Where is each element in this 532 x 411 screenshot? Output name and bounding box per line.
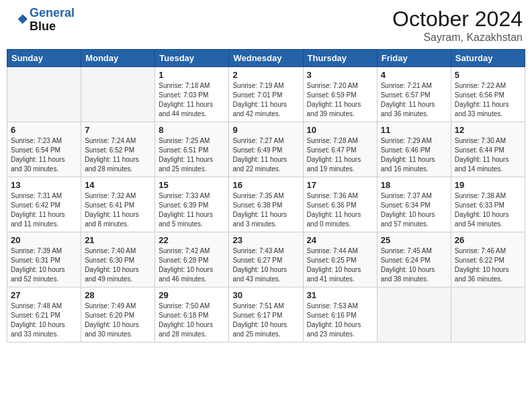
calendar-cell: 28Sunrise: 7:49 AMSunset: 6:20 PMDayligh… bbox=[81, 287, 155, 342]
calendar-cell: 22Sunrise: 7:42 AMSunset: 6:28 PMDayligh… bbox=[155, 232, 229, 287]
day-info: Sunrise: 7:31 AMSunset: 6:42 PMDaylight:… bbox=[11, 191, 77, 229]
weekday-header: Tuesday bbox=[155, 50, 229, 67]
day-number: 28 bbox=[85, 290, 151, 300]
day-info: Sunrise: 7:18 AMSunset: 7:03 PMDaylight:… bbox=[159, 81, 225, 119]
location-subtitle: Sayram, Kazakhstan bbox=[392, 32, 523, 44]
calendar-table: SundayMondayTuesdayWednesdayThursdayFrid… bbox=[7, 49, 525, 342]
day-number: 8 bbox=[159, 125, 225, 135]
calendar-cell: 27Sunrise: 7:48 AMSunset: 6:21 PMDayligh… bbox=[7, 287, 81, 342]
calendar-cell: 5Sunrise: 7:22 AMSunset: 6:56 PMDaylight… bbox=[451, 67, 525, 122]
calendar-cell: 20Sunrise: 7:39 AMSunset: 6:31 PMDayligh… bbox=[7, 232, 81, 287]
calendar-cell: 30Sunrise: 7:51 AMSunset: 6:17 PMDayligh… bbox=[229, 287, 303, 342]
calendar-week-row: 27Sunrise: 7:48 AMSunset: 6:21 PMDayligh… bbox=[7, 287, 525, 342]
calendar-cell: 14Sunrise: 7:32 AMSunset: 6:41 PMDayligh… bbox=[81, 177, 155, 232]
calendar-cell: 2Sunrise: 7:19 AMSunset: 7:01 PMDaylight… bbox=[229, 67, 303, 122]
weekday-header: Wednesday bbox=[229, 50, 303, 67]
day-info: Sunrise: 7:25 AMSunset: 6:51 PMDaylight:… bbox=[159, 136, 225, 174]
day-number: 20 bbox=[11, 235, 77, 245]
calendar-cell: 16Sunrise: 7:35 AMSunset: 6:38 PMDayligh… bbox=[229, 177, 303, 232]
calendar-cell: 29Sunrise: 7:50 AMSunset: 6:18 PMDayligh… bbox=[155, 287, 229, 342]
day-number: 13 bbox=[11, 180, 77, 190]
day-number: 15 bbox=[159, 180, 225, 190]
weekday-header: Thursday bbox=[303, 50, 377, 67]
day-number: 10 bbox=[307, 125, 373, 135]
day-number: 17 bbox=[307, 180, 373, 190]
calendar-week-row: 6Sunrise: 7:23 AMSunset: 6:54 PMDaylight… bbox=[7, 122, 525, 177]
logo-icon bbox=[9, 11, 28, 30]
weekday-header: Friday bbox=[377, 50, 451, 67]
logo: General Blue bbox=[9, 7, 75, 34]
day-info: Sunrise: 7:36 AMSunset: 6:36 PMDaylight:… bbox=[307, 191, 373, 229]
day-number: 12 bbox=[455, 125, 521, 135]
calendar-cell bbox=[377, 287, 451, 342]
day-number: 21 bbox=[85, 235, 151, 245]
calendar-cell bbox=[7, 67, 81, 122]
day-info: Sunrise: 7:22 AMSunset: 6:56 PMDaylight:… bbox=[455, 81, 521, 119]
day-number: 14 bbox=[85, 180, 151, 190]
calendar-cell: 25Sunrise: 7:45 AMSunset: 6:24 PMDayligh… bbox=[377, 232, 451, 287]
calendar-cell: 3Sunrise: 7:20 AMSunset: 6:59 PMDaylight… bbox=[303, 67, 377, 122]
day-info: Sunrise: 7:24 AMSunset: 6:52 PMDaylight:… bbox=[85, 136, 151, 174]
day-info: Sunrise: 7:43 AMSunset: 6:27 PMDaylight:… bbox=[232, 246, 299, 284]
calendar-cell: 10Sunrise: 7:28 AMSunset: 6:47 PMDayligh… bbox=[303, 122, 377, 177]
day-info: Sunrise: 7:39 AMSunset: 6:31 PMDaylight:… bbox=[11, 246, 77, 284]
day-number: 27 bbox=[11, 290, 77, 300]
day-info: Sunrise: 7:32 AMSunset: 6:41 PMDaylight:… bbox=[85, 191, 151, 229]
day-number: 11 bbox=[381, 125, 447, 135]
day-info: Sunrise: 7:23 AMSunset: 6:54 PMDaylight:… bbox=[11, 136, 77, 174]
calendar-cell: 4Sunrise: 7:21 AMSunset: 6:57 PMDaylight… bbox=[377, 67, 451, 122]
day-number: 22 bbox=[159, 235, 225, 245]
calendar-cell bbox=[451, 287, 525, 342]
day-info: Sunrise: 7:37 AMSunset: 6:34 PMDaylight:… bbox=[381, 191, 447, 229]
day-info: Sunrise: 7:28 AMSunset: 6:47 PMDaylight:… bbox=[307, 136, 373, 174]
day-number: 29 bbox=[159, 290, 225, 300]
calendar-cell: 11Sunrise: 7:29 AMSunset: 6:46 PMDayligh… bbox=[377, 122, 451, 177]
calendar-cell: 15Sunrise: 7:33 AMSunset: 6:39 PMDayligh… bbox=[155, 177, 229, 232]
calendar-cell: 1Sunrise: 7:18 AMSunset: 7:03 PMDaylight… bbox=[155, 67, 229, 122]
day-number: 1 bbox=[159, 70, 225, 80]
day-number: 7 bbox=[85, 125, 151, 135]
calendar-cell: 24Sunrise: 7:44 AMSunset: 6:25 PMDayligh… bbox=[303, 232, 377, 287]
calendar-cell: 9Sunrise: 7:27 AMSunset: 6:49 PMDaylight… bbox=[229, 122, 303, 177]
weekday-header: Sunday bbox=[7, 50, 81, 67]
calendar-cell: 6Sunrise: 7:23 AMSunset: 6:54 PMDaylight… bbox=[7, 122, 81, 177]
weekday-header: Monday bbox=[81, 50, 155, 67]
page-header: General Blue October 2024 Sayram, Kazakh… bbox=[7, 7, 525, 44]
day-number: 24 bbox=[307, 235, 373, 245]
day-info: Sunrise: 7:46 AMSunset: 6:22 PMDaylight:… bbox=[455, 246, 521, 284]
day-info: Sunrise: 7:20 AMSunset: 6:59 PMDaylight:… bbox=[307, 81, 373, 119]
day-info: Sunrise: 7:19 AMSunset: 7:01 PMDaylight:… bbox=[232, 81, 299, 119]
day-info: Sunrise: 7:35 AMSunset: 6:38 PMDaylight:… bbox=[232, 191, 299, 229]
logo-text: General Blue bbox=[30, 7, 75, 34]
calendar-cell: 7Sunrise: 7:24 AMSunset: 6:52 PMDaylight… bbox=[81, 122, 155, 177]
day-info: Sunrise: 7:50 AMSunset: 6:18 PMDaylight:… bbox=[159, 302, 225, 339]
day-info: Sunrise: 7:30 AMSunset: 6:44 PMDaylight:… bbox=[455, 136, 521, 174]
day-info: Sunrise: 7:27 AMSunset: 6:49 PMDaylight:… bbox=[232, 136, 299, 174]
header-row: SundayMondayTuesdayWednesdayThursdayFrid… bbox=[7, 50, 525, 67]
day-info: Sunrise: 7:51 AMSunset: 6:17 PMDaylight:… bbox=[232, 302, 299, 339]
day-number: 23 bbox=[232, 235, 299, 245]
calendar-cell: 17Sunrise: 7:36 AMSunset: 6:36 PMDayligh… bbox=[303, 177, 377, 232]
day-info: Sunrise: 7:40 AMSunset: 6:30 PMDaylight:… bbox=[85, 246, 151, 284]
calendar-cell: 31Sunrise: 7:53 AMSunset: 6:16 PMDayligh… bbox=[303, 287, 377, 342]
day-number: 18 bbox=[381, 180, 447, 190]
day-info: Sunrise: 7:21 AMSunset: 6:57 PMDaylight:… bbox=[381, 81, 447, 119]
calendar-cell: 23Sunrise: 7:43 AMSunset: 6:27 PMDayligh… bbox=[229, 232, 303, 287]
calendar-cell: 18Sunrise: 7:37 AMSunset: 6:34 PMDayligh… bbox=[377, 177, 451, 232]
day-number: 25 bbox=[381, 235, 447, 245]
day-number: 5 bbox=[455, 70, 521, 80]
day-number: 26 bbox=[455, 235, 521, 245]
calendar-cell: 26Sunrise: 7:46 AMSunset: 6:22 PMDayligh… bbox=[451, 232, 525, 287]
day-info: Sunrise: 7:45 AMSunset: 6:24 PMDaylight:… bbox=[381, 246, 447, 284]
calendar-cell: 12Sunrise: 7:30 AMSunset: 6:44 PMDayligh… bbox=[451, 122, 525, 177]
calendar-cell: 21Sunrise: 7:40 AMSunset: 6:30 PMDayligh… bbox=[81, 232, 155, 287]
day-info: Sunrise: 7:49 AMSunset: 6:20 PMDaylight:… bbox=[85, 302, 151, 339]
day-number: 9 bbox=[232, 125, 299, 135]
day-info: Sunrise: 7:53 AMSunset: 6:16 PMDaylight:… bbox=[307, 302, 373, 339]
day-number: 19 bbox=[455, 180, 521, 190]
calendar-week-row: 20Sunrise: 7:39 AMSunset: 6:31 PMDayligh… bbox=[7, 232, 525, 287]
day-info: Sunrise: 7:44 AMSunset: 6:25 PMDaylight:… bbox=[307, 246, 373, 284]
day-info: Sunrise: 7:33 AMSunset: 6:39 PMDaylight:… bbox=[159, 191, 225, 229]
calendar-week-row: 13Sunrise: 7:31 AMSunset: 6:42 PMDayligh… bbox=[7, 177, 525, 232]
weekday-header: Saturday bbox=[451, 50, 525, 67]
